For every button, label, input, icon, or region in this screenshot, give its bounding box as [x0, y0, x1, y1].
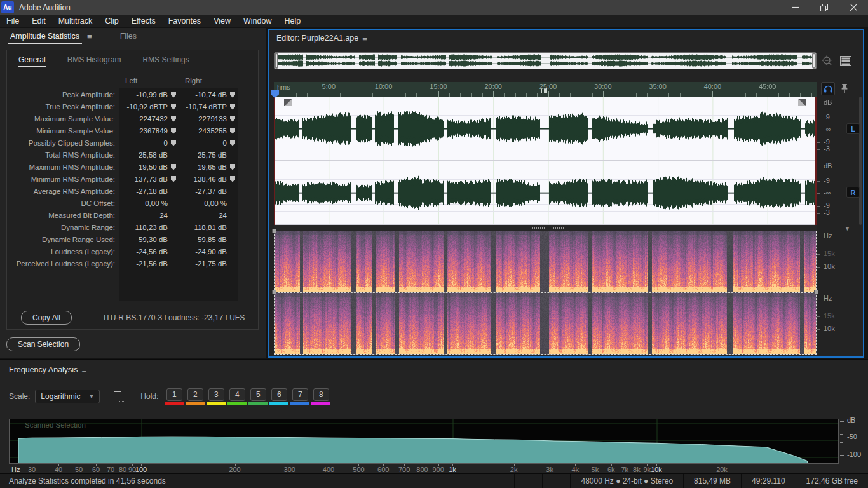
spectrogram-right-canvas[interactable]: [275, 293, 816, 354]
hold-button-7[interactable]: 7: [292, 388, 308, 401]
menu-item-edit[interactable]: Edit: [25, 15, 52, 27]
navigate-marker-icon[interactable]: [230, 104, 235, 110]
panel-menu-icon[interactable]: ≡: [87, 32, 92, 41]
menu-item-favorites[interactable]: Favorites: [162, 15, 207, 27]
title-bar: Au Adobe Audition: [0, 0, 868, 15]
selection-left-edge: [274, 97, 275, 225]
spectrogram-left-canvas[interactable]: [275, 231, 816, 292]
hold-button-5[interactable]: 5: [250, 388, 266, 401]
stat-value: -137,73 dB: [132, 175, 168, 183]
y-tick-mark: [840, 447, 844, 447]
menu-item-multitrack[interactable]: Multitrack: [52, 15, 98, 27]
hold-button-2[interactable]: 2: [187, 388, 203, 401]
navigator-left-handle[interactable]: [275, 53, 278, 69]
navigate-marker-icon[interactable]: [171, 164, 176, 170]
menu-item-clip[interactable]: Clip: [98, 15, 125, 27]
spectral-selection-handle[interactable]: [272, 229, 276, 233]
selection-handle-left[interactable]: [284, 99, 292, 106]
hold-item: 3: [207, 388, 226, 405]
ruler-tick: [603, 91, 604, 97]
frequency-chart-svg: [10, 419, 838, 463]
channel-button-l[interactable]: L: [846, 123, 860, 134]
menu-item-view[interactable]: View: [207, 15, 237, 27]
navigate-marker-icon[interactable]: [171, 104, 176, 110]
hold-button-1[interactable]: 1: [166, 388, 182, 401]
section-tab-general[interactable]: General: [18, 50, 46, 69]
navigate-marker-icon[interactable]: [230, 116, 235, 122]
pin-icon[interactable]: [840, 83, 849, 94]
editor-menu-icon[interactable]: ≡: [362, 34, 367, 43]
section-tab-rms-histogram[interactable]: RMS Histogram: [67, 50, 121, 69]
table-row: DC Offset:0,00 %0,00 %: [11, 197, 255, 209]
zoom-navigate-icon[interactable]: [821, 55, 834, 67]
navigate-marker-icon[interactable]: [230, 140, 235, 146]
navigate-marker-icon[interactable]: [171, 92, 176, 98]
menu-item-effects[interactable]: Effects: [125, 15, 162, 27]
navigate-marker-icon[interactable]: [171, 140, 176, 146]
scale-dropdown[interactable]: Logarithmic ▼: [35, 390, 100, 403]
display-layout-icon[interactable]: [840, 56, 851, 66]
spectral-display[interactable]: [274, 231, 817, 355]
editor-vertical-scrollbar[interactable]: [859, 97, 862, 225]
hold-color-bar: [290, 402, 309, 405]
hold-button-3[interactable]: 3: [208, 388, 224, 401]
waveform-display[interactable]: [274, 97, 817, 225]
x-tick-label: 3k: [546, 466, 553, 473]
menu-item-file[interactable]: File: [0, 15, 25, 27]
stat-label: DC Offset:: [11, 200, 119, 207]
stat-value: -10,92 dBTP: [126, 103, 168, 111]
headphones-icon: [824, 85, 833, 93]
hold-button-8[interactable]: 8: [313, 388, 329, 401]
x-tick-label: 6k: [607, 466, 615, 473]
hold-button-4[interactable]: 4: [229, 388, 245, 401]
ruler-tick: [658, 91, 658, 97]
stat-label: Maximum RMS Amplitude:: [11, 163, 119, 171]
selection-handle-right[interactable]: [798, 99, 806, 106]
wave-spectral-splitter[interactable]: [274, 225, 817, 231]
menu-item-help[interactable]: Help: [278, 15, 307, 27]
status-bar: Analyze Statistics completed in 41,56 se…: [0, 473, 868, 488]
x-tick-label: 2k: [510, 466, 518, 473]
section-tab-rms-settings[interactable]: RMS Settings: [142, 50, 189, 69]
copy-all-button[interactable]: Copy All: [21, 311, 72, 325]
timeline-ruler[interactable]: hms 5:0010:0015:0020:0025:0030:0035:0040…: [274, 82, 817, 97]
menu-item-window[interactable]: Window: [237, 15, 278, 27]
scale-tick-label: -∞: [824, 189, 831, 196]
navigator-right-handle[interactable]: [812, 53, 816, 69]
x-tick-label: 200: [229, 466, 240, 473]
monitor-button[interactable]: [821, 82, 835, 95]
channel-button-r[interactable]: R: [846, 187, 860, 198]
status-format: 48000 Hz ● 24-bit ● Stereo: [570, 474, 683, 488]
spectral-selection-handle[interactable]: [814, 290, 818, 294]
selection-right-edge: [815, 97, 817, 225]
frequency-panel-menu-icon[interactable]: ≡: [81, 365, 86, 375]
scan-selection-button[interactable]: Scan Selection: [6, 337, 80, 351]
navigate-marker-icon[interactable]: [171, 176, 176, 182]
waveform-right-canvas[interactable]: [274, 161, 817, 225]
spectral-selection-handle[interactable]: [272, 290, 276, 294]
frequency-plot[interactable]: Scanned Selection: [9, 419, 839, 464]
navigate-marker-icon[interactable]: [230, 176, 235, 182]
waveform-left-canvas[interactable]: [274, 97, 817, 161]
copy-graph-icon[interactable]: [114, 391, 125, 402]
x-tick-label: 80: [119, 466, 126, 473]
restore-button[interactable]: [810, 0, 839, 15]
hold-color-bar: [165, 402, 184, 405]
navigate-marker-icon[interactable]: [171, 128, 176, 134]
panel-tab-amplitude-statistics[interactable]: Amplitude Statistics: [6, 28, 83, 45]
navigate-marker-icon[interactable]: [171, 116, 176, 122]
navigate-marker-icon[interactable]: [230, 92, 235, 98]
stat-value: -21,75 dB: [195, 260, 227, 268]
table-row: Perceived Loudness (Legacy):-21,56 dB-21…: [11, 257, 255, 269]
close-button[interactable]: [839, 0, 868, 15]
minimize-button[interactable]: [780, 0, 810, 15]
hold-button-6[interactable]: 6: [271, 388, 287, 401]
navigate-marker-icon[interactable]: [230, 128, 235, 134]
stat-label: Measured Bit Depth:: [11, 212, 119, 219]
zoom-navigator[interactable]: [274, 52, 817, 69]
panel-tab-files[interactable]: Files: [116, 28, 140, 45]
spectral-collapse-icon[interactable]: ▼: [844, 226, 850, 232]
copy-row: Copy All ITU-R BS.1770-3 Loudness: -23,1…: [7, 306, 258, 329]
navigate-marker-icon[interactable]: [230, 164, 235, 170]
x-tick-label: 8k: [633, 466, 641, 473]
